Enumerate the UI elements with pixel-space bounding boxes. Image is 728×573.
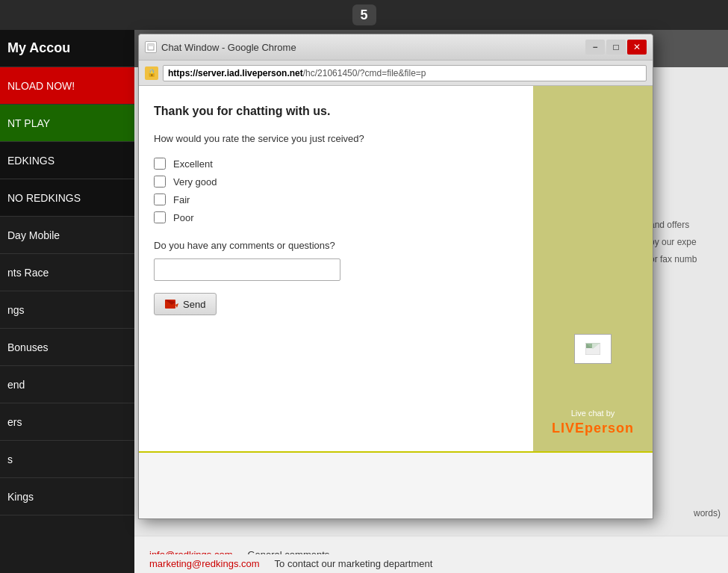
sidebar-item-end[interactable]: end bbox=[0, 366, 134, 403]
sidebar-item-label: NO REDKINGS bbox=[7, 192, 81, 204]
checkbox-fair[interactable] bbox=[154, 193, 166, 205]
sidebar-item-download[interactable]: NLOAD NOW! ▶ bbox=[0, 67, 134, 105]
chat-thank-you-text: Thank you for chatting with us. bbox=[154, 105, 518, 118]
svg-rect-1 bbox=[148, 44, 154, 46]
sidebar-item-noredkings[interactable]: NO REDKINGS bbox=[0, 179, 134, 217]
send-button-label: Send bbox=[183, 299, 205, 310]
svg-marker-4 bbox=[175, 303, 178, 308]
rating-option-poor[interactable]: Poor bbox=[154, 211, 518, 223]
rating-option-fair[interactable]: Fair bbox=[154, 193, 518, 205]
rating-option-excellent[interactable]: Excellent bbox=[154, 158, 518, 170]
contact-email-2: marketing@redkings.com bbox=[149, 558, 260, 569]
chrome-addressbar: 🔒 https://server.iad.liveperson.net/hc/2… bbox=[139, 61, 653, 86]
bg-right-text-3: or fax numb bbox=[650, 251, 724, 268]
sidebar-logo: My Accou bbox=[0, 30, 134, 67]
taskbar: 5 bbox=[0, 0, 728, 30]
rating-label-poor: Poor bbox=[173, 212, 193, 223]
chrome-controls: − □ ✕ bbox=[585, 40, 647, 55]
bg-right-text-bottom: words) bbox=[694, 508, 721, 518]
sidebar-item-edkings[interactable]: EDKINGS bbox=[0, 142, 134, 179]
chrome-content: Thank you for chatting with us. How woul… bbox=[139, 86, 653, 451]
chrome-page-icon bbox=[145, 41, 157, 53]
sidebar-item-label: NT PLAY bbox=[7, 117, 50, 129]
rating-label-excellent: Excellent bbox=[173, 158, 213, 170]
sidebar-item-play[interactable]: NT PLAY bbox=[0, 105, 134, 142]
sidebar-item-label: Bonuses bbox=[7, 341, 48, 353]
rating-label-fair: Fair bbox=[173, 194, 190, 205]
chrome-title: Chat Window - Google Chrome bbox=[161, 42, 585, 53]
bg-right-text-1: and offers bbox=[650, 217, 724, 234]
sidebar-logo-text: My Accou bbox=[7, 40, 70, 56]
contact-row-2: marketing@redkings.com To contact our ma… bbox=[134, 554, 728, 573]
chrome-window: Chat Window - Google Chrome − □ ✕ 🔒 http… bbox=[138, 34, 653, 519]
chrome-close-button[interactable]: ✕ bbox=[627, 40, 647, 55]
sidebar-item-label: Day Mobile bbox=[7, 229, 60, 241]
rating-label-verygood: Very good bbox=[173, 176, 217, 188]
send-button[interactable]: Send bbox=[154, 293, 217, 315]
sidebar-item-mobile[interactable]: Day Mobile bbox=[0, 217, 134, 254]
checkbox-excellent[interactable] bbox=[154, 158, 166, 170]
sidebar-item-label: ngs bbox=[7, 304, 25, 316]
url-bold-part: https://server.iad.liveperson.net bbox=[168, 68, 303, 78]
bg-right-text: and offers by our expe or fax numb bbox=[650, 217, 724, 267]
send-icon bbox=[165, 298, 178, 310]
chrome-bottom-area bbox=[139, 451, 653, 518]
rating-option-verygood[interactable]: Very good bbox=[154, 176, 518, 188]
chat-rating-question: How would you rate the service you just … bbox=[154, 133, 518, 144]
url-rest-part: /hc/21061450/?cmd=file&file=p bbox=[303, 68, 426, 78]
chrome-minimize-button[interactable]: − bbox=[585, 40, 605, 55]
sidebar-arrow-icon: ▶ bbox=[122, 81, 128, 91]
sidebar-item-label: NLOAD NOW! bbox=[7, 80, 75, 92]
address-url-display[interactable]: https://server.iad.liveperson.net/hc/210… bbox=[163, 65, 647, 81]
bg-right-text-words: words) bbox=[694, 508, 721, 518]
sidebar-item-label: end bbox=[7, 379, 25, 391]
sidebar-item-label: Kings bbox=[7, 491, 34, 503]
liveperson-brand: LIVEperson bbox=[552, 421, 634, 436]
livechat-label: Live chat by bbox=[571, 409, 615, 418]
chat-main-area: Thank you for chatting with us. How woul… bbox=[139, 86, 533, 451]
comments-label: Do you have any comments or questions? bbox=[154, 240, 518, 251]
sidebar-item-label: EDKINGS bbox=[7, 155, 55, 167]
comments-input[interactable] bbox=[154, 258, 340, 281]
sidebar: My Accou NLOAD NOW! ▶ NT PLAY EDKINGS NO… bbox=[0, 30, 134, 573]
liveperson-text: LIVEperson bbox=[552, 421, 634, 436]
chrome-titlebar: Chat Window - Google Chrome − □ ✕ bbox=[139, 34, 653, 61]
checkbox-poor[interactable] bbox=[154, 211, 166, 223]
sidebar-item-kings[interactable]: Kings bbox=[0, 478, 134, 515]
contact-desc-2: To contact our marketing department bbox=[275, 558, 433, 569]
sidebar-item-bonuses[interactable]: Bonuses bbox=[0, 329, 134, 366]
sidebar-item-race[interactable]: nts Race bbox=[0, 254, 134, 291]
chat-sidebar-panel: Live chat by LIVEperson bbox=[533, 86, 653, 451]
chat-sidebar-image bbox=[574, 334, 612, 364]
rating-options: Excellent Very good Fair Poor bbox=[154, 158, 518, 223]
taskbar-badge: 5 bbox=[352, 4, 376, 25]
sidebar-item-ers[interactable]: ers bbox=[0, 403, 134, 441]
sidebar-item-ngs[interactable]: ngs bbox=[0, 291, 134, 329]
sidebar-item-s[interactable]: s bbox=[0, 441, 134, 478]
chrome-maximize-button[interactable]: □ bbox=[606, 40, 626, 55]
sidebar-item-label: ers bbox=[7, 416, 22, 428]
checkbox-verygood[interactable] bbox=[154, 176, 166, 188]
bg-right-text-2: by our expe bbox=[650, 234, 724, 251]
security-icon: 🔒 bbox=[145, 66, 158, 80]
sidebar-item-label: s bbox=[7, 453, 13, 465]
sidebar-item-label: nts Race bbox=[7, 267, 49, 279]
